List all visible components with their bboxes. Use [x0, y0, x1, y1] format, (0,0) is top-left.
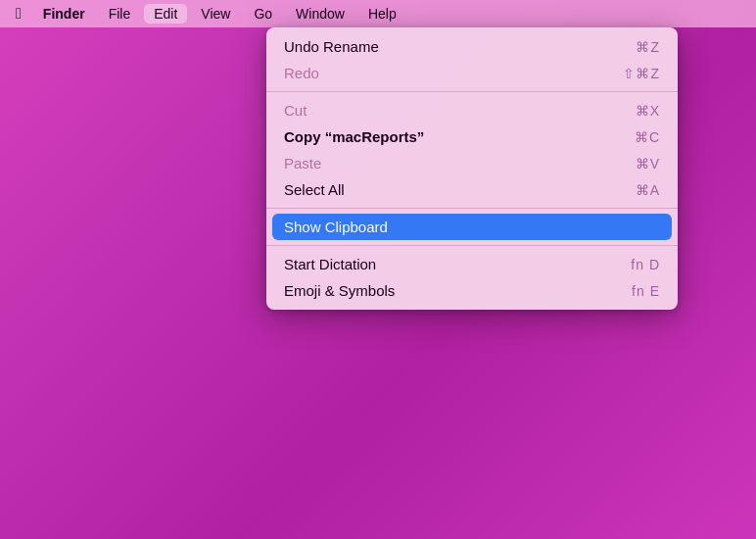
- start-dictation-shortcut: fn D: [631, 257, 660, 272]
- menu-item-select-all[interactable]: Select All ⌘A: [266, 176, 678, 203]
- undo-shortcut: ⌘Z: [636, 39, 660, 55]
- edit-dropdown: Undo Rename ⌘Z Redo ⇧⌘Z Cut ⌘X Copy “mac…: [266, 27, 678, 310]
- select-all-label: Select All: [284, 181, 345, 198]
- menu-item-copy[interactable]: Copy “macReports” ⌘C: [266, 123, 678, 150]
- menu-item-start-dictation[interactable]: Start Dictation fn D: [266, 251, 678, 277]
- start-dictation-label: Start Dictation: [284, 256, 376, 272]
- apple-menu[interactable]: : [8, 3, 29, 24]
- menu-item-undo[interactable]: Undo Rename ⌘Z: [266, 33, 678, 60]
- emoji-symbols-label: Emoji & Symbols: [284, 282, 395, 299]
- separator-3: [266, 245, 678, 246]
- redo-shortcut: ⇧⌘Z: [623, 66, 660, 81]
- help-menu[interactable]: Help: [358, 4, 406, 24]
- view-menu[interactable]: View: [191, 4, 240, 24]
- separator-2: [266, 208, 678, 209]
- go-menu[interactable]: Go: [244, 4, 282, 24]
- edit-menu[interactable]: Edit: [144, 4, 187, 24]
- window-menu[interactable]: Window: [286, 4, 354, 24]
- cut-shortcut: ⌘X: [636, 103, 660, 119]
- redo-label: Redo: [284, 65, 319, 81]
- paste-label: Paste: [284, 155, 321, 172]
- menu-item-emoji-symbols[interactable]: Emoji & Symbols fn E: [266, 277, 678, 304]
- menubar:  Finder File Edit View Go Window Help: [0, 0, 756, 27]
- emoji-symbols-shortcut: fn E: [632, 283, 660, 299]
- copy-shortcut: ⌘C: [635, 129, 660, 145]
- file-menu[interactable]: File: [99, 4, 141, 24]
- copy-label: Copy “macReports”: [284, 128, 424, 145]
- undo-label: Undo Rename: [284, 38, 379, 55]
- menu-item-show-clipboard[interactable]: Show Clipboard: [272, 214, 672, 240]
- menu-item-paste[interactable]: Paste ⌘V: [266, 150, 678, 176]
- cut-label: Cut: [284, 102, 307, 119]
- menu-item-cut[interactable]: Cut ⌘X: [266, 97, 678, 123]
- paste-shortcut: ⌘V: [636, 156, 660, 172]
- separator-1: [266, 91, 678, 92]
- menu-item-redo[interactable]: Redo ⇧⌘Z: [266, 60, 678, 86]
- show-clipboard-label: Show Clipboard: [284, 219, 388, 235]
- finder-menu[interactable]: Finder: [33, 4, 95, 24]
- select-all-shortcut: ⌘A: [636, 182, 660, 198]
